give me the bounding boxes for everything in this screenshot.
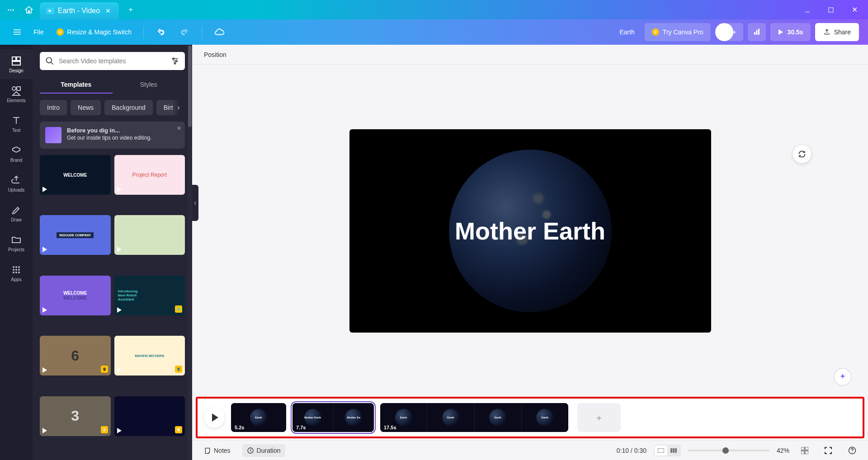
tip-close-button[interactable]: ✕ xyxy=(177,125,181,131)
play-preview-button[interactable]: 30.5s xyxy=(770,23,811,41)
separator xyxy=(143,26,144,38)
template-label: 3 xyxy=(71,408,79,424)
share-button[interactable]: Share xyxy=(815,23,859,41)
window-close-button[interactable]: ✕ xyxy=(844,3,864,17)
position-button[interactable]: Position xyxy=(199,48,231,61)
fullscreen-button[interactable] xyxy=(820,444,836,457)
svg-rect-37 xyxy=(675,448,677,453)
resize-magic-switch-button[interactable]: ♛ Resize & Magic Switch xyxy=(52,24,136,40)
svg-point-30 xyxy=(173,58,174,59)
nav-design[interactable]: Design xyxy=(0,49,33,79)
timeline-clip-1[interactable]: Earth 5.2s xyxy=(231,403,286,432)
home-button[interactable] xyxy=(22,3,36,17)
document-tab[interactable]: Earth - Video ✕ xyxy=(40,2,119,19)
document-title[interactable]: Earth xyxy=(619,28,634,36)
zoom-slider[interactable] xyxy=(688,450,769,451)
view-pages-button[interactable] xyxy=(655,446,667,455)
nav-apps[interactable]: Apps xyxy=(0,258,33,288)
template-card[interactable]: ♛ xyxy=(114,396,185,436)
canvas-area: Position Mother Earth Earth 5.2s Mother … xyxy=(192,45,868,460)
canvas-heading[interactable]: Mother Earth xyxy=(455,217,605,245)
template-card[interactable]: 6♛ xyxy=(40,336,111,376)
clip-label: Earth xyxy=(400,416,407,419)
chip-background[interactable]: Background xyxy=(104,100,153,115)
insights-button[interactable] xyxy=(748,23,766,41)
add-page-button[interactable]: ＋ xyxy=(577,403,621,432)
more-menu-button[interactable] xyxy=(4,3,18,17)
template-card[interactable]: MAVEN MOVERS♛ xyxy=(114,336,185,376)
template-card[interactable]: INGOUDE COMPANY xyxy=(40,215,111,255)
try-canva-pro-button[interactable]: ♛ Try Canva Pro xyxy=(645,23,711,41)
nav-uploads[interactable]: Uploads xyxy=(0,169,33,198)
magic-assist-button[interactable] xyxy=(834,368,852,386)
nav-draw[interactable]: Draw xyxy=(0,198,33,228)
nav-text[interactable]: Text xyxy=(0,109,33,139)
duration-button[interactable]: Duration xyxy=(242,444,285,457)
clip-duration: 17.5s xyxy=(384,425,396,430)
notes-button[interactable]: Notes xyxy=(199,444,235,457)
svg-marker-3 xyxy=(49,9,52,12)
chip-intro[interactable]: Intro xyxy=(40,100,67,115)
zoom-percentage[interactable]: 42% xyxy=(777,447,789,454)
nav-elements[interactable]: Elements xyxy=(0,79,33,109)
sidepanel-scrollbar[interactable] xyxy=(188,45,192,460)
add-collaborator-button[interactable]: ＋ xyxy=(725,23,743,41)
template-card[interactable]: WELCOME xyxy=(40,155,111,195)
view-scroll-button[interactable] xyxy=(667,446,680,455)
chip-scroll-right[interactable]: › xyxy=(172,100,185,115)
play-icon xyxy=(42,367,47,373)
filter-icon[interactable] xyxy=(170,56,179,66)
svg-rect-40 xyxy=(801,451,804,454)
window-minimize-button[interactable] xyxy=(797,3,817,17)
clip-duration: 7.7s xyxy=(296,425,306,430)
file-button[interactable]: File xyxy=(29,24,48,40)
grid-view-button[interactable] xyxy=(797,444,813,457)
nav-label: Projects xyxy=(8,247,24,252)
svg-rect-41 xyxy=(805,451,808,454)
clip-label: Mother Earth xyxy=(304,416,321,419)
undo-button[interactable] xyxy=(151,22,171,42)
template-label: MAVEN MOVERS xyxy=(135,354,164,358)
tab-close-button[interactable]: ✕ xyxy=(104,6,113,15)
template-card[interactable]: Project Report xyxy=(114,155,185,195)
share-icon xyxy=(823,28,830,36)
svg-rect-11 xyxy=(758,29,760,35)
redo-button[interactable] xyxy=(175,22,194,42)
timeline-play-button[interactable] xyxy=(204,407,225,428)
timeline-clip-3[interactable]: Earth Earth Earth Earth 17.5s xyxy=(380,403,568,432)
zoom-slider-thumb[interactable] xyxy=(722,447,729,454)
tip-thumb-icon xyxy=(45,127,61,143)
crown-icon: ♛ xyxy=(57,28,64,36)
timeline-highlighted: Earth 5.2s Mother Earth Mother Ea 7.7s E… xyxy=(196,397,864,438)
tab-templates[interactable]: Templates xyxy=(40,76,113,94)
tab-styles[interactable]: Styles xyxy=(113,76,185,94)
panel-collapse-button[interactable]: ‹ xyxy=(192,185,198,221)
svg-point-0 xyxy=(8,9,9,10)
timeline-clip-2[interactable]: Mother Earth Mother Ea 7.7s xyxy=(292,403,374,432)
side-panel: Templates Styles Intro News Background B… xyxy=(33,45,192,460)
search-input[interactable] xyxy=(59,57,166,65)
svg-rect-6 xyxy=(14,29,21,30)
template-card[interactable]: IntroducingNew RobotAssistant♛ xyxy=(114,276,185,315)
tip-banner[interactable]: Before you dig in... Get our inside tips… xyxy=(40,122,185,149)
play-icon xyxy=(42,247,47,252)
canvas-frame[interactable]: Mother Earth xyxy=(349,129,711,333)
cloud-sync-button[interactable] xyxy=(209,22,229,42)
template-card[interactable]: 3♛ xyxy=(40,396,111,436)
nav-brand[interactable]: Brand xyxy=(0,139,33,169)
svg-point-16 xyxy=(12,87,16,90)
chip-news[interactable]: News xyxy=(71,100,101,115)
window-maximize-button[interactable] xyxy=(821,3,841,17)
help-button[interactable] xyxy=(844,444,861,457)
menu-button[interactable] xyxy=(9,24,25,40)
svg-rect-7 xyxy=(14,32,21,33)
canvas-viewport[interactable]: Mother Earth xyxy=(192,65,868,397)
svg-rect-35 xyxy=(670,448,672,453)
template-card[interactable] xyxy=(114,215,185,255)
crown-icon: ♛ xyxy=(175,426,182,433)
search-box[interactable] xyxy=(40,52,185,70)
nav-projects[interactable]: Projects xyxy=(0,228,33,258)
template-card[interactable]: WELCOMEWELCOME xyxy=(40,276,111,315)
refresh-button[interactable] xyxy=(793,145,811,163)
new-tab-button[interactable]: ＋ xyxy=(124,4,137,16)
